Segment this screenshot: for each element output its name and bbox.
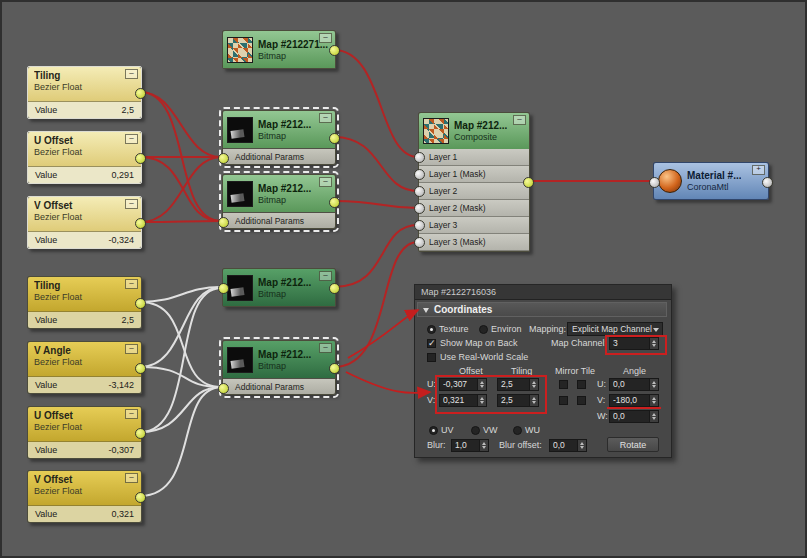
spinner-icon[interactable]	[577, 440, 586, 451]
node-header[interactable]: U Offset Bezier Float –	[28, 407, 141, 442]
u-mirror-checkbox[interactable]	[559, 380, 568, 389]
wu-radio[interactable]	[513, 426, 522, 435]
output-socket[interactable]	[135, 153, 146, 164]
composite-slot-layer2-mask[interactable]: Layer 2 (Mask)	[419, 200, 529, 217]
node-header[interactable]: Map #212... Bitmap –	[223, 175, 335, 212]
environ-radio[interactable]	[479, 325, 488, 334]
additional-params-slot[interactable]: Additional Params	[223, 148, 335, 164]
node-header[interactable]: V Offset Bezier Float –	[28, 197, 141, 232]
spinner-icon[interactable]	[529, 395, 538, 406]
node-header[interactable]: U Offset Bezier Float –	[28, 132, 141, 167]
output-socket[interactable]	[523, 177, 534, 188]
composite-slot-layer1-mask[interactable]: Layer 1 (Mask)	[419, 166, 529, 183]
composite-node[interactable]: Map #212... Composite – Layer 1 Layer 1 …	[418, 112, 530, 252]
controller-node-vangle[interactable]: V Angle Bezier Float – Value -3,142	[27, 341, 142, 394]
input-socket[interactable]	[414, 203, 425, 214]
bitmap-node-4[interactable]: Map #212... Bitmap –	[222, 268, 336, 307]
vw-radio[interactable]	[471, 426, 480, 435]
collapse-button[interactable]: –	[125, 279, 138, 289]
node-header[interactable]: Map #212... Composite –	[419, 113, 529, 149]
collapse-button[interactable]: –	[125, 199, 138, 209]
controller-node-tiling-2[interactable]: Tiling Bezier Float – Value 2,5	[27, 276, 142, 329]
node-header[interactable]: V Offset Bezier Float –	[28, 471, 141, 506]
spinner-icon[interactable]	[479, 440, 488, 451]
output-socket[interactable]	[329, 133, 340, 144]
input-socket[interactable]	[218, 283, 229, 294]
node-header[interactable]: Map #212... Bitmap –	[223, 111, 335, 148]
output-socket[interactable]	[329, 283, 340, 294]
additional-params-slot[interactable]: Additional Params	[223, 212, 335, 228]
input-socket[interactable]	[218, 217, 229, 228]
output-socket[interactable]	[135, 218, 146, 229]
add-button[interactable]: +	[752, 165, 765, 175]
collapse-button[interactable]: –	[125, 409, 138, 419]
texture-radio[interactable]	[427, 325, 436, 334]
collapse-button[interactable]: –	[319, 343, 332, 353]
blur-offset-field[interactable]: 0,0	[549, 439, 587, 452]
show-map-on-back-checkbox[interactable]	[427, 339, 436, 348]
v-tiling-field[interactable]: 2,5	[497, 394, 539, 407]
v-mirror-checkbox[interactable]	[559, 396, 568, 405]
output-socket[interactable]	[762, 177, 773, 188]
spinner-icon[interactable]	[649, 395, 658, 406]
input-socket[interactable]	[218, 153, 229, 164]
output-socket[interactable]	[329, 197, 340, 208]
input-socket[interactable]	[414, 186, 425, 197]
collapse-button[interactable]: –	[319, 113, 332, 123]
node-header[interactable]: Map #212... Bitmap –	[223, 269, 335, 306]
material-node-coronamtl[interactable]: Material #... CoronaMtl +	[653, 162, 769, 200]
collapse-button[interactable]: –	[125, 344, 138, 354]
collapse-button[interactable]: –	[319, 33, 332, 43]
composite-slot-layer3[interactable]: Layer 3	[419, 217, 529, 234]
controller-node-voffset-2[interactable]: V Offset Bezier Float – Value 0,321	[27, 470, 142, 523]
composite-slot-layer2[interactable]: Layer 2	[419, 183, 529, 200]
u-offset-field[interactable]: -0,307	[439, 378, 487, 391]
u-angle-field[interactable]: 0,0	[609, 378, 659, 391]
output-socket[interactable]	[135, 492, 146, 503]
rotate-button[interactable]: Rotate	[607, 437, 659, 452]
spinner-icon[interactable]	[649, 411, 658, 422]
mapping-dropdown[interactable]: Explicit Map Channel	[567, 322, 663, 336]
node-header[interactable]: Material #... CoronaMtl +	[654, 163, 768, 199]
spinner-icon[interactable]	[649, 338, 658, 349]
u-tile-checkbox[interactable]	[577, 380, 586, 389]
output-socket[interactable]	[329, 363, 340, 374]
collapse-button[interactable]: –	[513, 115, 526, 125]
node-header[interactable]: Map #212... Bitmap –	[223, 341, 335, 378]
input-socket[interactable]	[414, 169, 425, 180]
output-socket[interactable]	[135, 363, 146, 374]
spinner-icon[interactable]	[649, 379, 658, 390]
node-header[interactable]: Tiling Bezier Float –	[28, 67, 141, 102]
collapse-button[interactable]: –	[125, 69, 138, 79]
input-socket[interactable]	[414, 152, 425, 163]
bitmap-node-2[interactable]: Map #212... Bitmap – Additional Params	[222, 110, 336, 165]
output-socket[interactable]	[135, 298, 146, 309]
node-header[interactable]: V Angle Bezier Float –	[28, 342, 141, 377]
map-channel-field[interactable]: 3	[609, 337, 659, 350]
bitmap-node-5-selected[interactable]: Map #212... Bitmap – Additional Params	[222, 340, 336, 395]
controller-node-tiling-1[interactable]: Tiling Bezier Float – Value 2,5	[27, 66, 142, 119]
collapse-button[interactable]: –	[319, 177, 332, 187]
output-socket[interactable]	[135, 428, 146, 439]
controller-node-uoffset-2[interactable]: U Offset Bezier Float – Value -0,307	[27, 406, 142, 459]
additional-params-slot[interactable]: Additional Params	[223, 378, 335, 394]
input-socket[interactable]	[649, 177, 660, 188]
input-socket[interactable]	[414, 220, 425, 231]
bitmap-node-1[interactable]: Map #212271... Bitmap –	[222, 30, 336, 69]
w-angle-field[interactable]: 0,0	[609, 410, 659, 423]
blur-field[interactable]: 1,0	[451, 439, 489, 452]
v-tile-checkbox[interactable]	[577, 396, 586, 405]
bitmap-node-3[interactable]: Map #212... Bitmap – Additional Params	[222, 174, 336, 229]
v-angle-field[interactable]: -180,0	[609, 394, 659, 407]
coordinates-rollout-header[interactable]: Coordinates	[417, 302, 667, 317]
output-socket[interactable]	[329, 45, 340, 56]
controller-node-uoffset-1[interactable]: U Offset Bezier Float – Value 0,291	[27, 131, 142, 184]
node-header[interactable]: Tiling Bezier Float –	[28, 277, 141, 312]
input-socket[interactable]	[414, 237, 425, 248]
collapse-button[interactable]: –	[125, 473, 138, 483]
node-header[interactable]: Map #212271... Bitmap –	[223, 31, 335, 68]
u-tiling-field[interactable]: 2,5	[497, 378, 539, 391]
collapse-button[interactable]: –	[319, 271, 332, 281]
v-offset-field[interactable]: 0,321	[439, 394, 487, 407]
controller-node-voffset-1[interactable]: V Offset Bezier Float – Value -0,324	[27, 196, 142, 249]
